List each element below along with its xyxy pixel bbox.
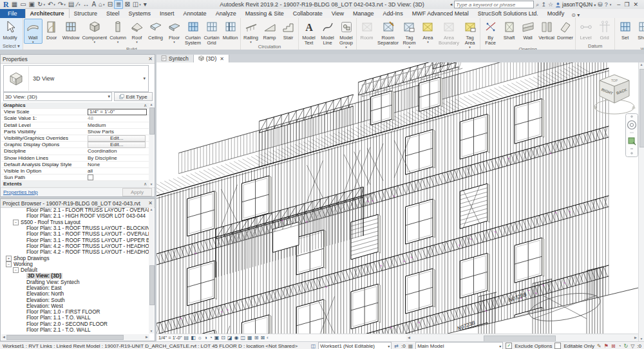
view-tab-syntech[interactable]: Syntech [156, 55, 194, 62]
revit-logo[interactable]: R [2, 1, 10, 8]
search-icon[interactable]: ⌕ [536, 1, 539, 8]
project-browser-close-icon[interactable]: ✕ [148, 200, 153, 206]
tree-item-3d-view-3d[interactable]: 3D View: (3D) [1, 273, 149, 279]
editing-requests-icon[interactable]: ⇄ [394, 343, 399, 349]
ribbon-tab-insert[interactable]: Insert [155, 9, 179, 18]
view-scale-value[interactable]: 1/4" = 1'-0" [88, 109, 147, 115]
thin-lines-icon[interactable]: ≣ [114, 0, 123, 9]
ribbon-tab-file[interactable]: File [0, 9, 25, 18]
viewbar-expand-icon[interactable]: ‹ [267, 335, 269, 341]
window-button[interactable]: Window [61, 19, 81, 41]
sun-path-checkbox[interactable] [88, 174, 93, 180]
default-3d-view-icon[interactable]: ⌂▾ [97, 1, 106, 8]
tree-item-floor-plan-4-2-roof-truss-layout-headhouse-overall[interactable]: Floor Plan: 4.2 - ROOF TRUSS LAYOUT - HE… [1, 249, 149, 255]
close-hidden-windows-icon[interactable]: ⊠ [123, 1, 131, 8]
component-button[interactable]: Component▾ [80, 19, 108, 44]
collapse-icon[interactable]: − [13, 220, 19, 225]
model-canvas[interactable]: N0723BN0723B [156, 62, 638, 334]
restore-button[interactable]: ❐ [624, 1, 629, 8]
tree-item-floor-plan-1-1-t-o-wall[interactable]: Floor Plan: 1.1 - T.O. WALL [1, 315, 149, 321]
ribbon-tab-strucsoft-solutions-ltd[interactable]: StrucSoft Solutions Ltd. [473, 9, 543, 18]
help-icon[interactable]: ? [605, 1, 608, 8]
ribbon-tab-massing-site[interactable]: Massing & Site [241, 9, 289, 18]
mullion-button[interactable]: Mullion [221, 19, 240, 41]
sign-in-icon[interactable]: ↥ [541, 1, 546, 8]
tree-item-floor-plan-2-1-floor-truss-layout-overall[interactable]: Floor Plan: 2.1 - FLOOR TRUSS LAYOUT - O… [1, 207, 149, 213]
ribbon-display-toggle-icon[interactable]: ⊙ ▾ [571, 12, 580, 18]
property-row-parts-visibility[interactable]: Parts VisibilityShow Parts [1, 129, 149, 135]
text-icon[interactable]: A [90, 1, 97, 8]
shaft-button[interactable]: Shaft [500, 19, 518, 41]
ribbon-tab-steel[interactable]: Steel [102, 9, 124, 18]
properties-scrollbar[interactable]: ▲▼ [149, 102, 154, 187]
column-button[interactable]: Column▾ [108, 19, 128, 44]
model-group-button[interactable]: ModelGroup▾ [337, 19, 355, 49]
property-row-scale-value-1[interactable]: Scale Value 1:48 [1, 115, 149, 122]
tag-area-button[interactable]: TagArea▾ [460, 19, 479, 49]
canvas-vscrollbar[interactable]: ▲▼ [638, 62, 644, 341]
design-options-icon[interactable]: ▦ [408, 343, 413, 349]
tree-item-drafting-view-syntech[interactable]: Drafting View: Syntech [1, 279, 149, 285]
editable-only-checkbox[interactable] [554, 343, 561, 349]
drag-on-selection-icon[interactable]: ↻ [623, 343, 628, 349]
show-crop-region-icon[interactable]: ⊡ [221, 335, 225, 341]
type-selector[interactable]: 3D View ▾ [3, 65, 149, 92]
dormer-button[interactable]: Dormer [556, 19, 574, 41]
tree-item-floor-plan-1-0-first-floor[interactable]: Floor Plan: 1.0 - FIRST FLOOR [1, 309, 149, 315]
minimize-button[interactable]: – [617, 1, 620, 8]
properties-header[interactable]: Properties ✕ [1, 55, 155, 64]
railing-button[interactable]: Railing▾ [242, 19, 260, 44]
filter-icon[interactable]: ▽ [630, 343, 634, 349]
ceiling-button[interactable]: Ceiling [146, 19, 165, 41]
reveal-constraints-icon[interactable]: ⊠ [260, 335, 265, 341]
search-input[interactable] [454, 1, 534, 8]
wall-button[interactable]: Wall [518, 19, 537, 41]
temporary-view-properties-icon[interactable]: ▦ [247, 335, 252, 341]
ribbon-tab-modify[interactable]: Modify [543, 9, 569, 18]
visible-in-option-value[interactable]: all [88, 168, 93, 174]
visual-style-icon[interactable]: ◧ [191, 335, 196, 341]
tree-item-working[interactable]: −Working [1, 261, 149, 267]
collapse-icon[interactable]: − [6, 261, 12, 267]
door-button[interactable]: Door [43, 19, 61, 41]
view-tab-close-icon[interactable]: ✕ [220, 56, 224, 62]
select-pinned-icon[interactable]: ⊠ [611, 343, 616, 349]
room-separator-button[interactable]: RoomSeparator [376, 19, 400, 46]
design-option-select[interactable]: Main Model▾ [415, 342, 503, 349]
wall-button[interactable]: Wall▾ [24, 19, 43, 44]
sync-with-central-icon[interactable]: ↻▾ [36, 1, 46, 8]
tag-room-button[interactable]: TagRoom▾ [400, 19, 419, 49]
property-row-view-scale[interactable]: View Scale1/4" = 1'-0" [1, 109, 149, 115]
ui-views-icon[interactable]: ▦ [10, 1, 19, 8]
ribbon-tab-analyze[interactable]: Analyze [211, 9, 241, 18]
show-button[interactable]: Show [634, 19, 644, 41]
tree-item-floor-plan-2-0-second-floor[interactable]: Floor Plan: 2.0 - SECOND FLOOR [1, 321, 149, 327]
scale-value-1-value[interactable]: 48 [88, 115, 93, 121]
aligned-dimension-icon[interactable]: ↔ [81, 1, 90, 8]
view-tab-3d[interactable]: (3D)✕ [194, 55, 229, 62]
apply-button[interactable]: Apply [122, 188, 152, 196]
tree-item-floor-plan-3-1-roof-truss-layout-upper-blocking[interactable]: Floor Plan: 3.1 - ROOF TRUSS LAYOUT - UP… [1, 237, 149, 243]
save-icon[interactable]: ▣ [28, 1, 36, 8]
navigation-bar[interactable] [625, 113, 638, 157]
floor-button[interactable]: Floor▾ [165, 19, 184, 44]
tree-item-floor-plan-3-1-roof-truss-layout-blocking[interactable]: Floor Plan: 3.1 - ROOF TRUSS LAYOUT - BL… [1, 225, 149, 231]
select-links-icon[interactable]: ✎ [597, 343, 601, 349]
property-row-detail-level[interactable]: Detail LevelMedium [1, 122, 149, 129]
ribbon-tab-systems[interactable]: Systems [124, 9, 156, 18]
tree-item-default[interactable]: −Default [1, 267, 149, 273]
visibility-graphics-overrides-edit-button[interactable]: Edit... [88, 135, 146, 142]
tree-item-shop-drawings[interactable]: +Shop Drawings [1, 255, 149, 261]
ribbon-tab-view[interactable]: View [327, 9, 348, 18]
select-underlay-icon[interactable]: ⚑ [604, 343, 609, 349]
undo-icon[interactable]: ↶▾ [46, 1, 57, 8]
ribbon-panel-label-select[interactable]: Select ▾ [1, 43, 22, 50]
detail-level-value[interactable]: Medium [88, 122, 106, 128]
modify-button[interactable]: Modify [1, 19, 19, 41]
redo-icon[interactable]: ↷▾ [57, 1, 67, 8]
favorites-star-icon[interactable]: ☆ [548, 1, 553, 8]
worksharing-display-icon[interactable]: ◫ [241, 335, 246, 341]
section-icon[interactable]: ⊟ [106, 1, 114, 8]
property-row-graphic-display-options[interactable]: Graphic Display OptionsEdit... [1, 142, 149, 148]
expand-icon[interactable]: + [6, 256, 12, 261]
